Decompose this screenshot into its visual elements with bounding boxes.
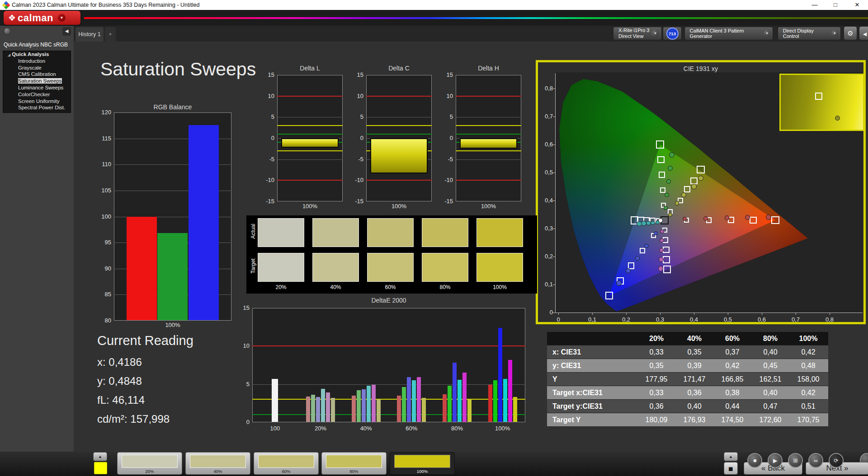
green-limit-line <box>252 414 525 415</box>
pattern-generator-dropdown[interactable]: CalMAN Client 3 Pattern Generator ▼ <box>684 27 773 40</box>
cie-y-tick: 0,3 <box>535 225 553 232</box>
deltae-bar <box>272 379 278 422</box>
deltae-bar <box>488 385 492 422</box>
y-tick-label: 85 <box>92 291 111 298</box>
deltae-bar <box>453 363 457 422</box>
cie-x-tick: 0,2 <box>617 316 635 323</box>
y-tick-label: 0 <box>231 419 250 425</box>
sidebar-item-colorchecker[interactable]: ColorChecker <box>3 91 71 98</box>
results-table: 20%40%60%80%100%x: CIE310,330,350,370,40… <box>547 332 828 427</box>
y-tick-label: 100 <box>92 213 111 220</box>
resize-button[interactable]: ⊞ <box>788 453 803 468</box>
cie-title: CIE 1931 xy <box>538 65 863 72</box>
pattern-list-up-button[interactable]: ▲ <box>93 452 107 461</box>
sidebar-item-cms-calibration[interactable]: CMS Calibration <box>3 71 71 78</box>
actual-swatch-100% <box>476 218 523 247</box>
calman-app-window: Calman 2023 Calman Ultimate for Business… <box>0 0 868 476</box>
table-row-target-x-cie31: Target x:CIE310,330,360,380,400,42 <box>547 386 828 400</box>
y-tick-label: -10 <box>345 177 363 183</box>
y-tick-label: -15 <box>435 198 453 205</box>
cie-actual-dot-green <box>664 206 668 210</box>
tick-mark <box>694 313 694 315</box>
deltae-bar <box>377 399 381 422</box>
table-row-target-y: Target Y180,09176,93174,50172,60170,75 <box>547 413 828 427</box>
deltae-x-label: 80% <box>434 425 480 432</box>
pattern-window-icon: ◼ <box>728 465 733 472</box>
deltae-bar <box>352 396 356 422</box>
y-tick-label: 10 <box>256 93 274 99</box>
sidebar-item-luminance-sweeps[interactable]: Luminance Sweeps <box>3 84 71 91</box>
actual-swatch-60% <box>367 218 414 247</box>
up-arrow-icon: ▲ <box>98 454 102 459</box>
pattern-generator-label: CalMAN Client 3 Pattern Generator <box>690 28 762 39</box>
sidebar-session-button[interactable] <box>4 28 11 35</box>
maximize-button[interactable]: □ <box>826 0 844 10</box>
tick-mark <box>553 313 555 313</box>
calman-diamond-icon: ❖ <box>8 13 16 23</box>
meter-reading-badge[interactable]: 713 <box>666 28 679 40</box>
minimize-button[interactable]: — <box>806 0 824 10</box>
swatch-column-label: 100% <box>476 284 523 290</box>
rgb-bar-green <box>157 233 188 320</box>
window-title: Calman 2023 Calman Ultimate for Business… <box>12 2 199 8</box>
tab-history-1[interactable]: History 1 <box>75 27 104 42</box>
close-button[interactable]: ✕ <box>848 0 866 10</box>
pattern-swatch-button-60%[interactable]: 60% <box>254 452 319 475</box>
tick-mark <box>762 313 762 315</box>
active-pattern-swatch[interactable] <box>94 462 107 474</box>
pattern-swatch-button-20%[interactable]: 20% <box>117 452 182 475</box>
display-control-chevron-down-icon[interactable]: ▼ <box>831 30 838 37</box>
y-tick-label: 90 <box>92 265 111 272</box>
stop-button[interactable]: ■ <box>747 453 762 468</box>
calman-logo-menu-button[interactable]: ❖ calman ▼ <box>4 11 80 25</box>
red-limit-line <box>456 180 521 181</box>
deltae-bar <box>513 397 517 422</box>
cie-target-square-blue <box>605 292 613 299</box>
cie-actual-dot-yellow <box>668 213 672 217</box>
pattern-chip <box>258 455 314 468</box>
pattern-swatch-button-40%[interactable]: 40% <box>185 452 250 475</box>
sidebar-collapse-button[interactable]: ◀ <box>62 27 71 36</box>
sidebar-collapse-icon: ◀ <box>65 28 69 33</box>
cie-y-tick: 0,8 <box>535 85 553 92</box>
sidebar-item-spectral-power-dist-[interactable]: Spectral Power Dist. <box>3 104 71 111</box>
tree-expander-icon[interactable]: ◢ <box>8 53 10 57</box>
cie-actual-dot-green <box>669 152 675 158</box>
add-tab-button[interactable]: + <box>105 27 116 42</box>
sidebar-item-introduction[interactable]: Introduction <box>3 58 71 65</box>
settings-gear-button[interactable]: ⚙ <box>844 26 857 40</box>
workflow-tree: ◢ Quick AnalysisIntroductionGrayscaleCMS… <box>3 51 71 113</box>
pattern-swatch-button-80%[interactable]: 80% <box>321 452 387 475</box>
deltae-bar <box>493 380 497 422</box>
meter-dropdown[interactable]: X-Rite i1Pro 3 Direct View ▼ <box>613 27 662 40</box>
cie-actual-dot-blue <box>644 244 649 248</box>
play-button[interactable]: ▶ <box>768 453 783 468</box>
y-tick-label: 115 <box>92 135 111 142</box>
y-tick-label: -10 <box>435 177 453 183</box>
deltae-bar <box>372 385 376 422</box>
deltae-bar <box>508 360 512 422</box>
sidebar-item-saturation-sweeps[interactable]: Saturation Sweeps <box>3 78 71 84</box>
meter-chevron-down-icon[interactable]: ▼ <box>651 30 659 37</box>
pattern-window-button[interactable]: ◼ <box>724 462 738 475</box>
actual-swatch-40% <box>312 218 359 247</box>
display-control-dropdown[interactable]: Direct Display Control ▼ <box>778 27 841 40</box>
tree-root-quick-analysis[interactable]: ◢ Quick Analysis <box>3 51 71 58</box>
pattern-swatch-button-100%[interactable]: 100% <box>390 452 455 475</box>
title-bar: Calman 2023 Calman Ultimate for Business… <box>0 0 868 10</box>
pattern-generator-chevron-down-icon[interactable]: ▼ <box>764 30 770 37</box>
continuous-button[interactable]: ∞ <box>808 453 823 468</box>
loop-button[interactable]: ⟳ <box>829 453 844 468</box>
deltae-bar <box>417 377 421 422</box>
rgb-balance-title: RGB Balance <box>114 103 231 111</box>
logo-dropdown-chevron-icon[interactable]: ▼ <box>58 14 66 22</box>
control-panel-up-button[interactable]: ▲ <box>724 452 738 461</box>
y-tick-label: -15 <box>256 198 274 205</box>
tick-mark <box>553 145 555 145</box>
deltae-bar <box>412 380 416 422</box>
sidebar-item-grayscale[interactable]: Grayscale <box>3 65 71 71</box>
cie-actual-dot-red <box>703 216 708 221</box>
panel-collapse-button[interactable]: ◀ <box>859 26 868 40</box>
cie-x-tick: 0,4 <box>685 316 703 323</box>
sidebar-item-screen-uniformity[interactable]: Screen Uniformity <box>3 98 71 105</box>
